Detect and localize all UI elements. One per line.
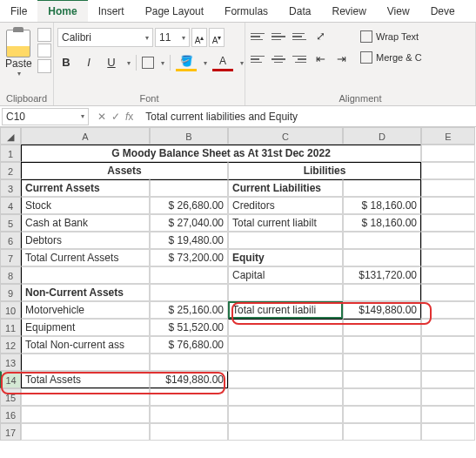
cell[interactable] <box>343 388 421 406</box>
cell[interactable] <box>150 266 228 284</box>
cell[interactable]: Total Current Assets <box>21 249 150 266</box>
cell[interactable] <box>421 162 475 179</box>
cell[interactable] <box>421 354 475 371</box>
worksheet-grid[interactable]: ◢ A B C D E 1 G Moody Balance Sheet as A… <box>0 127 476 441</box>
cell[interactable]: Creditors <box>228 197 343 214</box>
row-header[interactable]: 7 <box>0 249 21 266</box>
cell[interactable]: $ 19,480.00 <box>150 232 228 249</box>
cell[interactable]: $ 18,160.00 <box>343 197 421 214</box>
tab-view[interactable]: View <box>377 1 420 22</box>
cell[interactable]: Total Non-current ass <box>21 336 150 354</box>
accept-formula-button[interactable]: ✓ <box>111 111 120 123</box>
cell[interactable] <box>343 423 421 441</box>
cell[interactable] <box>150 284 228 301</box>
col-header-E[interactable]: E <box>421 127 475 145</box>
row-header[interactable]: 13 <box>0 354 21 371</box>
cell[interactable] <box>343 406 421 423</box>
cell-assets-header[interactable]: Assets <box>21 162 228 179</box>
cell[interactable] <box>421 197 475 214</box>
tab-data[interactable]: Data <box>278 1 321 22</box>
cell[interactable]: Capital <box>228 266 343 284</box>
cell[interactable]: Cash at Bank <box>21 214 150 232</box>
cell[interactable] <box>421 423 475 441</box>
cell[interactable] <box>228 388 343 406</box>
font-color-button[interactable]: A <box>212 54 233 71</box>
cell[interactable]: $ 26,680.00 <box>150 197 228 214</box>
row-header[interactable]: 17 <box>0 423 21 441</box>
cell[interactable] <box>228 232 343 249</box>
cell-title[interactable]: G Moody Balance Sheet as At 31st Dec 202… <box>21 145 421 162</box>
format-painter-button[interactable] <box>37 59 51 73</box>
row-header[interactable]: 12 <box>0 336 21 354</box>
cell[interactable] <box>228 423 343 441</box>
cell[interactable]: Total current liabilt <box>228 214 343 232</box>
align-right-button[interactable] <box>291 51 308 67</box>
cell[interactable] <box>21 423 150 441</box>
col-header-D[interactable]: D <box>343 127 421 145</box>
cell[interactable] <box>21 354 150 371</box>
wrap-text-button[interactable]: Wrap Text <box>360 28 422 45</box>
cell[interactable] <box>228 406 343 423</box>
cell[interactable] <box>21 388 150 406</box>
row-header[interactable]: 4 <box>0 197 21 214</box>
align-bottom-button[interactable] <box>291 29 308 44</box>
cell[interactable]: Non-Current Assets <box>21 284 150 301</box>
cancel-formula-button[interactable]: ✕ <box>97 111 106 123</box>
cut-button[interactable] <box>37 28 51 42</box>
cell[interactable] <box>421 388 475 406</box>
cell[interactable] <box>343 354 421 371</box>
cell[interactable] <box>228 354 343 371</box>
row-header[interactable]: 14 <box>0 371 21 388</box>
cell[interactable] <box>343 249 421 266</box>
increase-indent-button[interactable]: ⇥ <box>332 51 350 68</box>
tab-review[interactable]: Review <box>321 1 376 22</box>
cell[interactable]: $ 25,160.00 <box>150 301 228 319</box>
cell[interactable]: $ 18,160.00 <box>343 214 421 232</box>
cell[interactable]: Debtors <box>21 232 150 249</box>
tab-insert[interactable]: Insert <box>88 1 135 22</box>
cell[interactable] <box>228 371 343 388</box>
fx-button[interactable]: fx <box>125 111 133 123</box>
tab-home[interactable]: Home <box>37 0 87 22</box>
tab-file[interactable]: File <box>0 1 37 22</box>
row-header[interactable]: 11 <box>0 319 21 336</box>
select-all-corner[interactable]: ◢ <box>0 127 21 145</box>
copy-button[interactable] <box>37 44 51 57</box>
cell[interactable] <box>150 423 228 441</box>
chevron-down-icon[interactable]: ▾ <box>161 59 164 67</box>
row-header[interactable]: 16 <box>0 406 21 423</box>
row-header[interactable]: 15 <box>0 388 21 406</box>
cell[interactable] <box>228 284 343 301</box>
cell[interactable]: Equity <box>228 249 343 266</box>
cell[interactable]: Current Assets <box>21 179 150 197</box>
decrease-font-button[interactable]: A▾ <box>209 28 225 47</box>
cell[interactable]: $149,880.00 <box>150 371 228 388</box>
bold-button[interactable]: B <box>57 54 75 71</box>
col-header-B[interactable]: B <box>150 127 228 145</box>
cell[interactable] <box>343 232 421 249</box>
cell[interactable]: $131,720.00 <box>343 266 421 284</box>
cell[interactable] <box>21 406 150 423</box>
cell[interactable]: Stock <box>21 197 150 214</box>
cell[interactable] <box>421 232 475 249</box>
cell[interactable] <box>21 266 150 284</box>
chevron-down-icon[interactable]: ▾ <box>240 59 244 67</box>
align-middle-button[interactable] <box>270 29 287 44</box>
cell-selected[interactable]: Total current liabili <box>228 301 343 319</box>
decrease-indent-button[interactable]: ⇤ <box>312 51 329 68</box>
cell[interactable] <box>421 319 475 336</box>
cell[interactable] <box>150 179 228 197</box>
align-center-button[interactable] <box>270 51 287 67</box>
cell[interactable] <box>421 145 475 162</box>
cell[interactable]: $ 51,520.00 <box>150 319 228 336</box>
cell[interactable] <box>228 336 343 354</box>
chevron-down-icon[interactable]: ▾ <box>127 59 131 67</box>
cell[interactable] <box>343 336 421 354</box>
italic-button[interactable]: I <box>80 54 97 71</box>
cell[interactable] <box>150 388 228 406</box>
cell[interactable]: Current Liabilities <box>228 179 343 197</box>
merge-center-button[interactable]: Merge & C <box>360 49 422 66</box>
cell[interactable]: $ 73,200.00 <box>150 249 228 266</box>
cell-liabilities-header[interactable]: Libilities <box>228 162 421 179</box>
row-header[interactable]: 6 <box>0 232 21 249</box>
